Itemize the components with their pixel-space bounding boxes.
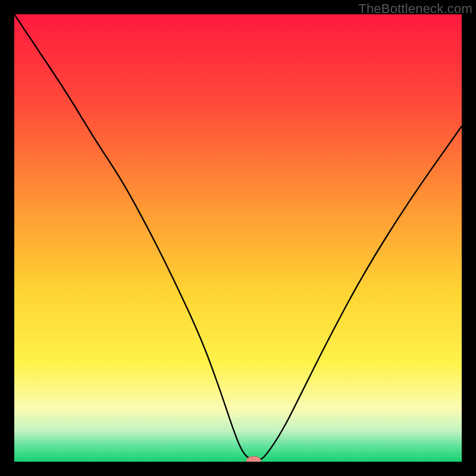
chart-frame: TheBottleneck.com bbox=[0, 0, 476, 476]
chart-svg bbox=[14, 14, 462, 462]
plot-area bbox=[14, 14, 462, 462]
gradient-background bbox=[14, 14, 462, 462]
watermark-label: TheBottleneck.com bbox=[358, 1, 472, 17]
